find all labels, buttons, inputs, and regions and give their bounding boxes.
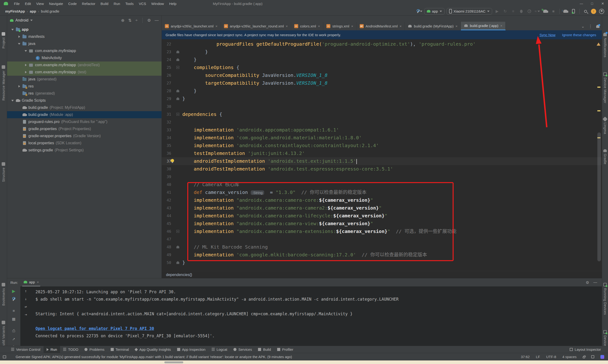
toolwindow-run[interactable]: Run [43,346,60,353]
apply-changes-button[interactable]: ↻ [502,8,508,14]
ignore-changes-link[interactable]: Ignore these changes [562,33,596,37]
strip-running-devices[interactable]: Running Devices [602,283,608,315]
menu-refactor[interactable]: Refactor [79,2,98,6]
build-wrench-icon[interactable] [11,297,16,301]
tab-build-gradle-myfirstapp[interactable]: build.gradle (MyFirstApp) [405,22,461,30]
menu-run[interactable]: Run [111,2,123,6]
breadcrumb-module[interactable]: app [30,9,36,13]
scroll-to-end-icon[interactable]: ⇥ [25,312,27,317]
minimize-button[interactable]: — [576,0,587,7]
tab-androidmanifest-xml[interactable]: AndroidManifest.xml [357,22,405,30]
fold-marker-icon[interactable] [176,89,179,92]
close-icon[interactable] [351,24,353,28]
run-console[interactable]: ↑ ↓ ⇌ ⇥ 2025-05-27 10:27:12: Launching a… [20,286,602,346]
tree-item-build-gradle-project-myfirstapp[interactable]: build.gradle(Project: MyFirstApp) [7,104,162,111]
tree-item-mainactivity[interactable]: CMainActivity [7,54,162,62]
tree-item-gradle-scripts[interactable]: Gradle Scripts [7,97,162,104]
tab-colors-xml[interactable]: colors.xml [291,22,323,30]
file-encoding[interactable]: UTF-8 [546,355,556,359]
scroll-up-icon[interactable]: ↑ [25,289,27,293]
scrollbar-mark[interactable] [597,110,600,111]
tab-anydpi-v26-ic-launcher-xml[interactable]: anydpi-v26\ic_launcher.xml [162,22,221,30]
pin-tab-button[interactable]: ➚ [11,337,16,341]
tree-item-gradle-wrapper-properties-gradle-version[interactable]: gradle-wrapper.properties(Gradle Version… [7,132,162,140]
close-icon[interactable] [37,280,39,284]
update-available-button[interactable]: ↑ [591,8,597,14]
tree-item-build-gradle-module-app[interactable]: build.gradle(Module :app) [7,111,162,118]
tree-item-java[interactable]: java [7,40,162,47]
fold-marker-icon[interactable] [176,261,179,264]
status-message[interactable]: Generate Signed APK: APK(s) generated su… [16,355,292,359]
run-tab-app[interactable]: app [22,278,40,286]
chevron-down-icon[interactable] [10,100,15,102]
sync-now-link[interactable]: Sync Now [539,33,556,37]
lingma-plugin-icon[interactable] [600,355,604,359]
breadcrumb-project[interactable]: myFirstApp [5,9,25,13]
soft-wrap-icon[interactable]: ⇌ [25,304,27,309]
strip-notifications[interactable]: Notifications [602,33,608,57]
menu-help[interactable]: Help [167,2,179,6]
tree-item-proguard-rules-pro-proguard-rules-for-app[interactable]: proguard-rules.pro(ProGuard Rules for ":… [7,118,162,125]
toolwindow-app-inspection[interactable]: App Inspection [174,346,208,353]
notification-icon[interactable] [591,355,594,358]
rerun-button[interactable]: ▶ [11,289,16,294]
tree-item-local-properties-sdk-location[interactable]: local.properties(SDK Location) [7,140,162,147]
strip-device-manager[interactable]: Device Manager [602,72,608,103]
collapse-all-icon[interactable]: ÷ [135,18,137,23]
code-area[interactable]: 22 proguardFiles getDefaultProguardFile(… [162,39,602,271]
close-icon[interactable] [500,24,503,28]
hide-panel-icon[interactable]: — [155,18,159,23]
notifications-bell-icon[interactable] [596,25,599,28]
menu-view[interactable]: View [34,2,46,6]
profiler-button[interactable] [526,8,532,14]
run-hide-panel-icon[interactable]: — [593,280,597,285]
scrollbar-mark[interactable] [597,87,600,88]
fold-marker-icon[interactable] [176,113,179,116]
chevron-down-icon[interactable] [23,50,28,52]
build-tools-dropdown[interactable] [416,8,422,14]
close-icon[interactable] [400,24,402,28]
sync-project-button[interactable] [562,8,569,14]
strip-build-variants[interactable]: Build Variants [0,321,7,348]
close-icon[interactable] [455,24,458,28]
chevron-down-icon[interactable] [16,43,22,45]
menu-vcs[interactable]: VCS [136,2,149,6]
locate-file-icon[interactable]: ⊕ [121,18,124,23]
fold-marker-icon[interactable] [176,97,179,100]
strip-structure[interactable]: Structure [0,162,7,182]
intention-bulb-icon[interactable] [171,159,174,162]
breadcrumb-file[interactable]: build.gradle [41,9,59,13]
profile-avatar-button[interactable] [598,8,605,14]
menu-tools[interactable]: Tools [123,2,136,6]
toolwindow-logcat[interactable]: Logcat [208,346,230,353]
chevron-down-icon[interactable] [30,20,33,21]
print-console-button[interactable]: ⎙ [11,329,16,333]
device-manager-button[interactable] [570,8,577,14]
console-logcat-link[interactable]: Open logcat panel for emulator Pixel 7 P… [36,325,599,332]
stop-process-button[interactable]: ■ [11,309,16,313]
close-icon[interactable] [286,24,288,28]
run-settings-gear-icon[interactable]: ⚙ [586,280,589,285]
fold-marker-icon[interactable] [176,246,179,248]
menu-file[interactable]: File [11,2,22,6]
line-ending[interactable]: LF [536,355,540,359]
toolwindow-services[interactable]: Services [230,346,255,353]
toolwindow-build[interactable]: Build [255,346,274,353]
caret-position[interactable]: 37:62 [521,355,530,359]
fold-marker-icon[interactable] [176,66,179,69]
tree-item-java-generated[interactable]: java(generated) [7,76,162,83]
layout-inspector-button[interactable]: Layout Inspector [575,348,601,351]
close-icon[interactable] [318,24,320,28]
editor-breadcrumb[interactable]: dependencies{} [162,271,602,278]
toolwindow-app-quality-insights[interactable]: App Quality Insights [132,346,174,353]
toolwindow-problems[interactable]: Problems [81,346,107,353]
fold-marker-icon[interactable] [176,230,179,233]
menu-build[interactable]: Build [98,2,111,6]
tree-item-app[interactable]: app [7,26,162,33]
expand-all-icon[interactable]: ⇅ [128,18,131,23]
hidden-tabs-chevron-icon[interactable]: ⌄ [581,24,585,29]
chevron-right-icon[interactable] [16,85,22,88]
attach-debugger-dropdown[interactable]: ≈ [534,8,540,14]
search-everywhere-button[interactable] [582,8,589,14]
settings-gear-icon[interactable]: ⚙ [147,18,151,23]
